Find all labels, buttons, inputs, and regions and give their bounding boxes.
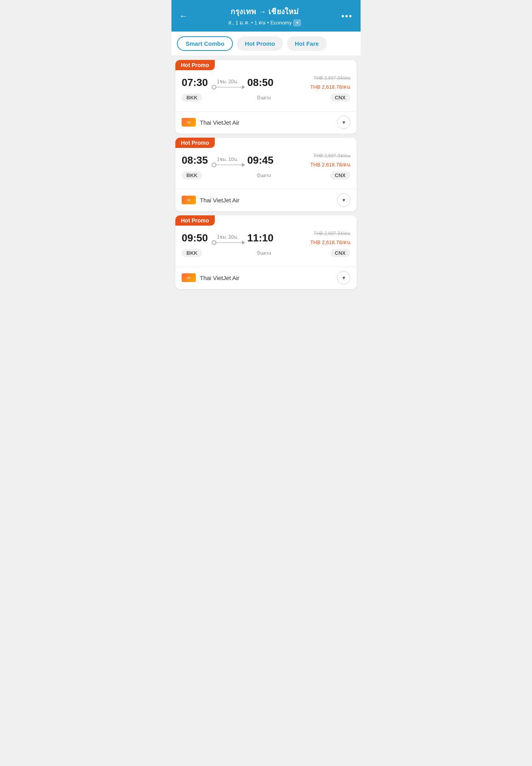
- old-price: THB 2,697.34/คน: [310, 230, 350, 237]
- price-per: /คน: [342, 162, 350, 168]
- arrive-time: 09:45: [247, 154, 274, 166]
- new-price: THB 2,618.78/คน: [310, 159, 350, 169]
- more-options-button[interactable]: •••: [340, 9, 354, 23]
- header-title: กรุงเทพ → เชียงใหม่: [190, 6, 340, 17]
- tab-hot-promo[interactable]: Hot Promo: [237, 36, 283, 51]
- airline-info: VJ Thai VietJet Air: [182, 118, 240, 127]
- card-body: 09:50 1ชม. 20น. 11:10 THB 2,697.34/คน TH…: [175, 227, 357, 263]
- flight-card: Hot Promo 07:30 1ชม. 20น. 08:50 THB 2,69…: [175, 60, 357, 134]
- arrive-time: 11:10: [247, 232, 274, 244]
- flight-info-row: 08:35 1ชม. 10น. 09:45 THB 2,697.34/คน TH…: [182, 152, 350, 169]
- airline-info: VJ Thai VietJet Air: [182, 196, 240, 204]
- flight-times: 09:50 1ชม. 20น. 11:10: [182, 232, 273, 244]
- price-per: /คน: [342, 84, 350, 90]
- destination-badge: CNX: [330, 249, 350, 257]
- flight-card: Hot Promo 09:50 1ชม. 20น. 11:10 THB 2,69…: [175, 215, 357, 289]
- direct-label: บินตรง: [202, 94, 326, 101]
- airline-row: VJ Thai VietJet Air ▾: [175, 111, 357, 134]
- economy-dropdown[interactable]: ▾: [293, 19, 301, 26]
- airline-name: Thai VietJet Air: [200, 197, 240, 204]
- duration-line: [212, 87, 244, 88]
- airline-info: VJ Thai VietJet Air: [182, 273, 240, 282]
- promo-badge: Hot Promo: [175, 60, 215, 70]
- arrive-time: 08:50: [247, 77, 274, 89]
- price-box: THB 2,697.34/คน THB 2,618.78/คน: [310, 230, 350, 247]
- airport-row: BKK บินตรง CNX: [182, 249, 350, 257]
- duration-box: 1ชม. 10น.: [212, 155, 244, 165]
- origin-badge: BKK: [182, 249, 202, 257]
- promo-badge: Hot Promo: [175, 215, 215, 226]
- destination-badge: CNX: [330, 93, 350, 102]
- airport-row: BKK บินตรง CNX: [182, 171, 350, 179]
- back-button[interactable]: ←: [178, 9, 190, 23]
- promo-badge: Hot Promo: [175, 138, 215, 148]
- duration-text: 1ชม. 10น.: [217, 155, 238, 163]
- expand-button[interactable]: ▾: [337, 271, 350, 284]
- duration-box: 1ชม. 20น.: [212, 233, 244, 243]
- expand-button[interactable]: ▾: [337, 193, 350, 207]
- depart-time: 09:50: [182, 232, 208, 244]
- new-price: THB 2,618.78/คน: [310, 237, 350, 247]
- destination-badge: CNX: [330, 171, 350, 179]
- flight-info-row: 09:50 1ชม. 20น. 11:10 THB 2,697.34/คน TH…: [182, 230, 350, 247]
- airline-logo: VJ: [182, 196, 196, 204]
- duration-line: [212, 242, 244, 243]
- airport-row: BKK บินตรง CNX: [182, 93, 350, 102]
- flights-list: Hot Promo 07:30 1ชม. 20น. 08:50 THB 2,69…: [171, 60, 361, 301]
- old-price: THB 2,697.34/คน: [310, 152, 350, 159]
- duration-line: [212, 164, 244, 165]
- origin-badge: BKK: [182, 171, 202, 179]
- airline-name: Thai VietJet Air: [200, 275, 240, 281]
- header-center: กรุงเทพ → เชียงใหม่ ส., 1 ม.ค. • 1 คน • …: [190, 6, 340, 27]
- airline-name: Thai VietJet Air: [200, 119, 240, 126]
- header-subtitle: ส., 1 ม.ค. • 1 คน • Economy ▾: [190, 19, 340, 27]
- duration-box: 1ชม. 20น.: [212, 78, 244, 88]
- duration-text: 1ชม. 20น.: [217, 233, 238, 241]
- price-box: THB 2,697.34/คน THB 2,618.78/คน: [310, 74, 350, 91]
- flight-info-row: 07:30 1ชม. 20น. 08:50 THB 2,697.34/คน TH…: [182, 74, 350, 91]
- tabs-container: Smart Combo Hot Promo Hot Fare: [171, 32, 361, 56]
- airline-row: VJ Thai VietJet Air ▾: [175, 189, 357, 211]
- header: ← กรุงเทพ → เชียงใหม่ ส., 1 ม.ค. • 1 คน …: [171, 0, 361, 32]
- new-price: THB 2,618.78/คน: [310, 82, 350, 91]
- depart-time: 08:35: [182, 154, 208, 166]
- card-body: 08:35 1ชม. 10น. 09:45 THB 2,697.34/คน TH…: [175, 149, 357, 185]
- direct-label: บินตรง: [202, 172, 326, 179]
- duration-text: 1ชม. 20น.: [217, 78, 238, 85]
- expand-button[interactable]: ▾: [337, 116, 350, 129]
- origin-badge: BKK: [182, 93, 202, 102]
- depart-time: 07:30: [182, 77, 208, 89]
- price-per: /คน: [342, 239, 350, 245]
- flight-card: Hot Promo 08:35 1ชม. 10น. 09:45 THB 2,69…: [175, 138, 357, 211]
- price-box: THB 2,697.34/คน THB 2,618.78/คน: [310, 152, 350, 169]
- tab-smart-combo[interactable]: Smart Combo: [177, 36, 233, 51]
- flight-times: 07:30 1ชม. 20น. 08:50: [182, 77, 273, 89]
- direct-label: บินตรง: [202, 249, 326, 257]
- old-price: THB 2,697.34/คน: [310, 74, 350, 82]
- flight-times: 08:35 1ชม. 10น. 09:45: [182, 154, 273, 166]
- airline-logo: VJ: [182, 273, 196, 282]
- airline-row: VJ Thai VietJet Air ▾: [175, 267, 357, 289]
- tab-hot-fare[interactable]: Hot Fare: [287, 36, 327, 51]
- airline-logo: VJ: [182, 118, 196, 127]
- card-body: 07:30 1ชม. 20น. 08:50 THB 2,697.34/คน TH…: [175, 72, 357, 107]
